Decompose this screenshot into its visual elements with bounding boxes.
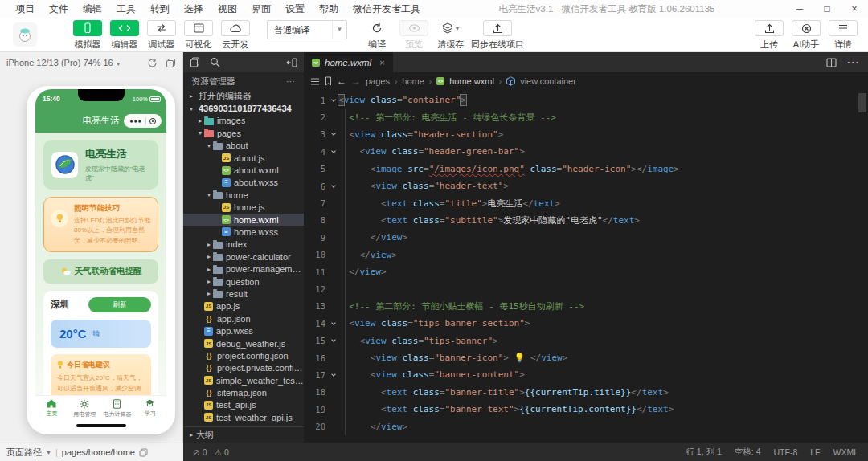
tree-item-power-management[interactable]: ▸power-management (183, 263, 304, 275)
tree-item-about.wxss[interactable]: ≡about.wxss (183, 177, 304, 189)
cloud-dev-button[interactable]: 云开发 (219, 20, 252, 51)
menu-help[interactable]: 帮助 (312, 2, 346, 16)
encoding-setting[interactable]: UTF-8 (773, 447, 797, 457)
tree-item-project.config.json[interactable]: {}project.config.json (183, 349, 304, 361)
tree-item-about.wxml[interactable]: <>about.wxml (183, 164, 304, 176)
tree-item-result[interactable]: ▸result (183, 288, 304, 300)
tree-item-project.private.config.js...[interactable]: {}project.private.config.js... (183, 362, 304, 374)
menu-project[interactable]: 项目 (8, 2, 42, 16)
details-button[interactable]: 详情 (826, 20, 860, 51)
tree-item-home.js[interactable]: JShome.js (183, 202, 304, 214)
user-avatar[interactable] (13, 22, 37, 47)
refresh-weather-button[interactable]: 刷新 (88, 297, 151, 312)
code-line-13[interactable]: 13 <!-- 第二部分: 节能小贴士横幅 - 每15秒自动刷新 --> (304, 298, 868, 315)
fold-chevron-icon[interactable] (328, 151, 338, 153)
breadcrumb-file[interactable]: home.wxml (449, 76, 494, 86)
code-line-4[interactable]: 4 <view class="header-green-bar"> (304, 143, 868, 160)
tree-item-test_api.js[interactable]: JStest_api.js (183, 399, 304, 411)
tab-home-wxml[interactable]: <> home.wxml × (304, 52, 393, 72)
code-line-5[interactable]: 5 <image src="/images/icon.png" class="h… (304, 161, 868, 177)
tree-item-sitemap.json[interactable]: {}sitemap.json (183, 386, 304, 398)
tree-item-index[interactable]: ▸index (183, 239, 304, 251)
breadcrumb-symbol[interactable]: view.container (520, 76, 576, 86)
editor-more-actions-icon[interactable]: ⋯ (846, 55, 860, 70)
maximize-button[interactable]: □ (813, 0, 841, 18)
code-editor[interactable]: 1<view class="container">2 <!-- 第一部分: 电亮… (304, 90, 868, 443)
fold-chevron-icon[interactable] (328, 374, 338, 376)
code-line-15[interactable]: 15 <view class="tips-banner"> (304, 332, 868, 349)
code-line-11[interactable]: 11 </view> (304, 263, 868, 280)
eol-setting[interactable]: LF (810, 447, 820, 457)
menu-interface[interactable]: 界面 (244, 2, 278, 16)
indentation-setting[interactable]: 空格: 4 (735, 447, 761, 458)
simulator-toggle-button[interactable]: 模拟器 (71, 20, 104, 51)
menu-tools[interactable]: 工具 (109, 2, 143, 16)
cursor-position[interactable]: 行 1, 列 1 (686, 447, 721, 458)
code-line-6[interactable]: 6 <view class="header-text"> (304, 177, 868, 194)
code-line-2[interactable]: 2 <!-- 第一部分: 电亮生活 - 纯绿色长条背景 --> (304, 108, 868, 125)
sync-online-project-button[interactable]: 同步在线项目 (471, 20, 524, 51)
code-line-18[interactable]: 18 <text class="banner-title">{{currentT… (304, 384, 868, 401)
code-line-17[interactable]: 17 <view class="banner-content"> (304, 366, 868, 383)
tree-item-pages[interactable]: ▾pages (183, 127, 304, 139)
code-line-7[interactable]: 7 <text class="title">电亮生活</text> (304, 194, 868, 211)
code-line-12[interactable]: 12 (304, 280, 868, 297)
editor-toggle-button[interactable]: 编辑器 (108, 20, 141, 51)
tree-item-debug_weather.js[interactable]: JSdebug_weather.js (183, 337, 304, 349)
tree-item-home.wxss[interactable]: ≡home.wxss (183, 226, 304, 238)
weather-link-banner[interactable]: 天气联动省电提醒 (43, 259, 158, 284)
breadcrumb-home[interactable]: home (402, 76, 424, 86)
fold-chevron-icon[interactable] (328, 186, 338, 187)
tree-item-打开的编辑器[interactable]: ▸打开的编辑器 (183, 90, 304, 102)
simulator-refresh-icon[interactable] (147, 58, 158, 68)
compile-mode-dropdown[interactable]: 普通编译 ▼ (267, 20, 347, 39)
ai-assistant-button[interactable]: AI助手 (789, 20, 823, 51)
menu-select[interactable]: 选择 (177, 2, 211, 16)
tree-item-test_weather_api.js[interactable]: JStest_weather_api.js (183, 411, 304, 423)
tab-learn[interactable]: 学习 (133, 399, 166, 418)
detach-window-icon[interactable] (166, 58, 176, 68)
code-line-10[interactable]: 10 </view> (304, 247, 868, 263)
tree-item-question[interactable]: ▸question (183, 275, 304, 288)
collapse-sidebar-icon[interactable] (286, 58, 297, 67)
menu-settings[interactable]: 设置 (278, 2, 312, 16)
fold-chevron-icon[interactable] (328, 340, 338, 341)
copy-path-icon[interactable] (139, 448, 148, 457)
search-icon[interactable] (210, 57, 220, 67)
tree-item-power-calculator[interactable]: ▸power-calculator (183, 251, 304, 263)
tree-item-app.json[interactable]: {}app.json (183, 312, 304, 324)
code-line-20[interactable]: 20 </view> (304, 418, 868, 434)
menu-file[interactable]: 文件 (42, 2, 76, 16)
tree-item-images[interactable]: ▸images (183, 115, 304, 127)
fold-chevron-icon[interactable] (328, 133, 338, 135)
code-line-16[interactable]: 16 <view class="banner-icon"> 💡 </view> (304, 349, 868, 366)
tree-item-home[interactable]: ▾home (183, 189, 304, 201)
tab-home[interactable]: 主页 (35, 399, 68, 418)
code-line-1[interactable]: 1<view class="container"> (304, 92, 868, 108)
device-selector[interactable]: iPhone 12/13 (Pro) 74% 16 ▼ (6, 58, 121, 67)
tree-item-about.js[interactable]: JSabout.js (183, 152, 304, 164)
menu-devtools[interactable]: 微信开发者工具 (346, 2, 428, 16)
visualization-toggle-button[interactable]: 可视化 (182, 20, 215, 51)
page-path-label[interactable]: 页面路径 (6, 447, 42, 459)
code-line-19[interactable]: 19 <text class="banner-text">{{currentTi… (304, 401, 868, 418)
tree-item-home.wxml[interactable]: <>home.wxml (183, 214, 304, 226)
problems-indicator[interactable]: ⊘0 ⚠0 (193, 447, 229, 457)
breadcrumb-pages[interactable]: pages (366, 76, 390, 86)
wechat-capsule[interactable]: ●●● (124, 114, 162, 128)
more-actions-icon[interactable]: ⋯ (286, 76, 296, 87)
code-line-3[interactable]: 3 <view class="header-section"> (304, 126, 868, 143)
fold-chevron-icon[interactable] (328, 323, 338, 324)
tab-power-management[interactable]: 用电管理 (68, 399, 101, 418)
tree-item-4369031101877436434[interactable]: ▾4369031101877436434 (183, 102, 304, 114)
upload-button[interactable]: 上传 (752, 20, 786, 51)
menu-goto[interactable]: 转到 (143, 2, 177, 16)
clear-cache-button[interactable]: ▼ 清缓存 (434, 20, 468, 51)
tree-item-app.wxss[interactable]: ≡app.wxss (183, 324, 304, 337)
debugger-toggle-button[interactable]: 调试器 (145, 20, 178, 51)
capsule-exit-icon[interactable] (149, 118, 156, 124)
fold-chevron-icon[interactable] (328, 100, 338, 101)
code-line-14[interactable]: 14 <view class="tips-banner-section"> (304, 315, 868, 332)
menu-view[interactable]: 视图 (211, 2, 244, 16)
compile-button[interactable]: 编译 (360, 20, 394, 51)
